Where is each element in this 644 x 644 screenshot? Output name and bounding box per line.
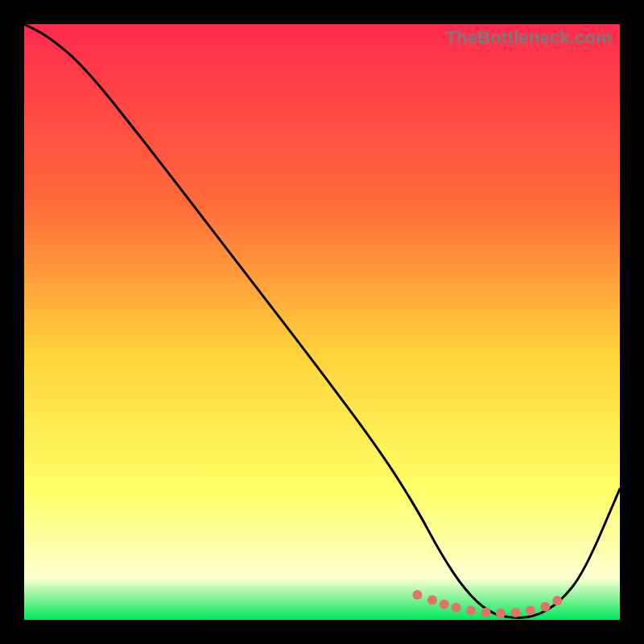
marker-dot	[452, 603, 461, 613]
bottleneck-chart	[24, 24, 620, 620]
marker-dot	[412, 590, 422, 600]
chart-frame: TheBottleneck.com	[24, 24, 620, 620]
marker-dot	[440, 600, 449, 609]
marker-dot	[466, 606, 476, 616]
watermark-text: TheBottleneck.com	[446, 27, 612, 48]
marker-dot	[552, 596, 562, 605]
marker-dot	[481, 608, 491, 617]
marker-dot	[526, 606, 535, 616]
marker-dot	[541, 602, 551, 612]
gradient-background	[24, 24, 620, 620]
marker-dot	[496, 609, 506, 618]
marker-dot	[427, 596, 437, 605]
marker-dot	[511, 608, 521, 617]
